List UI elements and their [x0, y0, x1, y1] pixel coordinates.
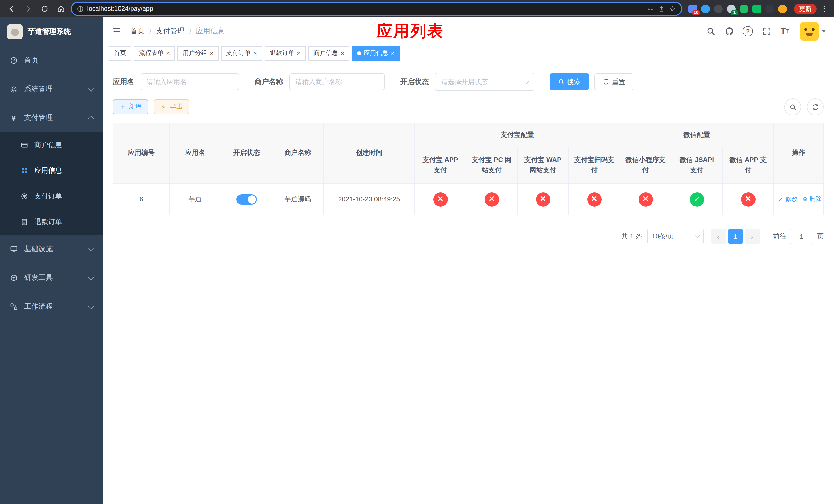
browser-update-button[interactable]: 更新	[794, 3, 816, 14]
col-group-wechat: 微信配置	[620, 123, 774, 147]
sidebar-item-system[interactable]: 系统管理	[0, 75, 103, 104]
app-name-label: 应用名	[113, 77, 134, 86]
close-icon[interactable]: ×	[254, 50, 257, 56]
page-number-current[interactable]: 1	[728, 229, 743, 244]
share-icon[interactable]	[658, 5, 665, 12]
toggle-search-button[interactable]	[784, 98, 801, 115]
sidebar-item-label: 应用信息	[35, 166, 62, 175]
status-cross-icon	[638, 192, 653, 206]
chevron-down-icon	[695, 233, 700, 238]
tab-label: 退款订单	[270, 49, 294, 58]
extension-profile-icon[interactable]: 1	[727, 4, 736, 13]
sidebar-item-label: 系统管理	[24, 85, 53, 94]
tab-label: 用户分组	[182, 49, 207, 58]
close-icon[interactable]: ×	[166, 50, 170, 56]
filter-form: 应用名 商户名称 开启状态 请选择开启状态 搜索	[113, 73, 824, 91]
chevron-down-icon	[88, 85, 94, 91]
breadcrumb-home[interactable]: 首页	[130, 26, 145, 36]
col-header-alipay-pc: 支付宝 PC 网站支付	[466, 147, 517, 183]
edit-button[interactable]: 修改	[778, 195, 797, 204]
site-info-icon[interactable]	[77, 5, 84, 12]
col-group-alipay: 支付宝配置	[415, 123, 620, 147]
status-toggle[interactable]	[236, 194, 257, 204]
tab-refund-orders[interactable]: 退款订单×	[265, 46, 306, 60]
extension-drop-icon[interactable]	[701, 4, 710, 13]
github-icon[interactable]	[724, 26, 734, 36]
status-cross-icon	[484, 192, 499, 206]
delete-button[interactable]: 删除	[802, 195, 822, 204]
browser-menu-icon[interactable]: ⋮	[820, 4, 829, 13]
sidebar-logo: 芋道管理系统	[0, 18, 103, 46]
tab-pay-orders[interactable]: 支付订单×	[221, 46, 262, 60]
goto-page-input[interactable]	[790, 229, 813, 244]
tab-merchant-info[interactable]: 商户信息×	[308, 46, 349, 60]
close-icon[interactable]: ×	[391, 50, 394, 56]
sidebar-item-refund-orders[interactable]: 退款订单	[0, 209, 103, 235]
sidebar-item-app-info[interactable]: 应用信息	[0, 158, 103, 184]
sidebar-item-payment[interactable]: ¥ 支付管理	[0, 104, 103, 132]
sidebar-item-dev-tools[interactable]: 研发工具	[0, 264, 103, 292]
extensions-area: 10 1	[688, 4, 787, 13]
sidebar-item-infrastructure[interactable]: 基础设施	[0, 235, 103, 264]
forward-button[interactable]	[22, 2, 35, 15]
extension-badge: 10	[693, 10, 700, 15]
fullscreen-icon[interactable]	[762, 26, 771, 36]
reload-button[interactable]	[38, 2, 51, 15]
sidebar-item-merchant-info[interactable]: 商户信息	[0, 132, 103, 158]
user-menu[interactable]	[800, 22, 826, 40]
yen-icon: ¥	[9, 114, 18, 122]
tab-user-group[interactable]: 用户分组×	[177, 46, 219, 60]
header-search-icon[interactable]	[706, 26, 716, 36]
add-button[interactable]: 新增	[113, 99, 148, 114]
prev-page-button[interactable]: ‹	[711, 229, 725, 244]
sidebar-item-pay-orders[interactable]: 支付订单	[0, 184, 103, 209]
sidebar-item-home[interactable]: 首页	[0, 46, 103, 75]
refresh-table-button[interactable]	[807, 98, 824, 115]
password-key-icon[interactable]	[647, 5, 654, 12]
close-icon[interactable]: ×	[210, 50, 213, 56]
extension-wechat-devtools-icon[interactable]	[752, 4, 761, 13]
tab-home[interactable]: 首页	[109, 46, 131, 60]
page-size-select[interactable]: 10条/页	[647, 229, 704, 244]
breadcrumb-payment[interactable]: 支付管理	[156, 26, 185, 36]
search-button[interactable]: 搜索	[550, 73, 589, 90]
extension-pinwheel-icon[interactable]	[765, 4, 774, 13]
chevron-down-icon	[88, 302, 94, 308]
monitor-icon	[9, 245, 18, 254]
col-header-wechat-jsapi: 微信 JSAPI 支付	[671, 147, 722, 183]
breadcrumb-separator: /	[149, 27, 151, 35]
app-name-input[interactable]	[140, 73, 239, 90]
order-icon	[21, 192, 28, 200]
tab-app-info[interactable]: 应用信息×	[352, 46, 399, 60]
status-cross-icon	[741, 192, 755, 206]
sidebar-item-workflow[interactable]: 工作流程	[0, 292, 103, 321]
delete-label: 删除	[809, 195, 822, 204]
extension-dark-icon[interactable]	[714, 4, 723, 13]
extension-grid-icon[interactable]: 10	[688, 4, 697, 13]
next-page-button[interactable]: ›	[745, 229, 760, 244]
merchant-name-input[interactable]	[289, 73, 385, 90]
extension-face-icon[interactable]	[778, 4, 787, 13]
back-button[interactable]	[5, 2, 19, 15]
document-icon	[21, 218, 28, 226]
export-button-label: 导出	[170, 102, 182, 111]
font-size-icon[interactable]: TT	[780, 26, 790, 36]
export-button[interactable]: 导出	[154, 99, 189, 114]
sidebar-fold-icon[interactable]	[111, 25, 122, 37]
close-icon[interactable]: ×	[341, 50, 344, 56]
status-select[interactable]: 请选择开启状态	[435, 73, 534, 91]
dashboard-icon	[9, 56, 18, 65]
search-icon	[789, 103, 796, 111]
bookmark-star-icon[interactable]	[670, 5, 676, 12]
help-icon[interactable]: ?	[743, 26, 753, 36]
cell-merchant: 芋道源码	[272, 183, 323, 215]
sidebar-item-label: 退款订单	[35, 217, 62, 227]
reset-button[interactable]: 重置	[594, 73, 633, 90]
close-icon[interactable]: ×	[297, 50, 301, 56]
cell-wechat-app	[722, 183, 774, 215]
tab-process-form[interactable]: 流程表单×	[134, 46, 175, 60]
extension-green-check-icon[interactable]	[740, 4, 748, 13]
tab-label: 流程表单	[139, 49, 163, 58]
home-button[interactable]	[54, 2, 68, 15]
url-bar[interactable]: localhost:1024/pay/app	[71, 2, 682, 16]
